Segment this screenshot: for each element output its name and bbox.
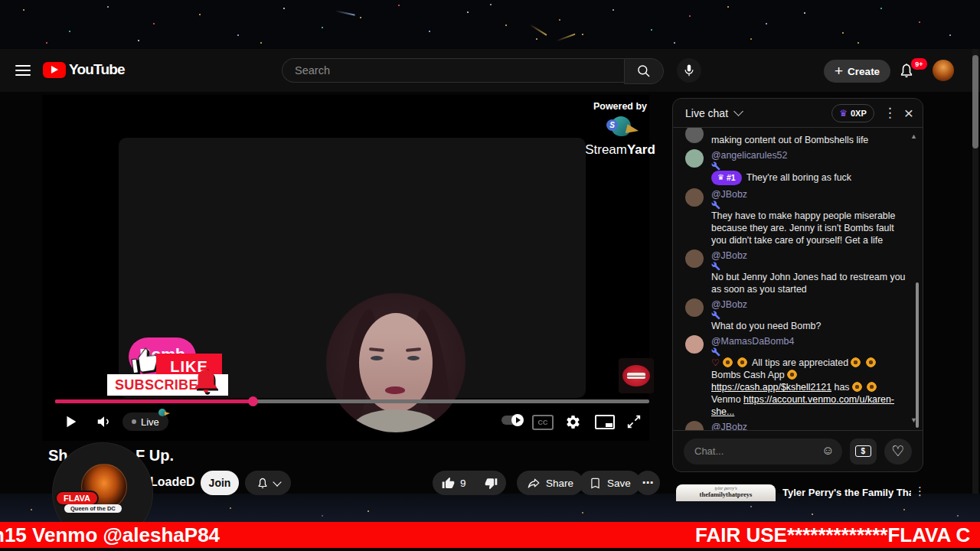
sunflower-emoji: [737, 357, 747, 367]
message-text: They have to make happy people miserable…: [711, 210, 895, 246]
sunflower-emoji: [787, 370, 797, 380]
settings-button[interactable]: [563, 412, 583, 432]
progress-bar-scrubber[interactable]: [248, 396, 258, 406]
sunflower-emoji: [867, 382, 877, 392]
message-text: Venmo: [711, 394, 741, 405]
youtube-logo[interactable]: YouTube: [43, 61, 125, 78]
message-text: has: [835, 382, 850, 393]
join-button[interactable]: Join: [201, 471, 239, 495]
chat-username[interactable]: @JBobz: [711, 299, 747, 310]
duck-emoji-icon: [158, 407, 171, 418]
save-button[interactable]: Save: [579, 471, 641, 495]
chat-message: @JBobzI came in late, I don't know what'…: [685, 421, 906, 430]
autoplay-knob: [511, 414, 524, 426]
crown-icon: ♛: [839, 109, 848, 118]
sunflower-emoji: [851, 357, 861, 367]
chat-avatar: [685, 149, 704, 168]
eye: [407, 356, 420, 360]
chevron-down-icon: [273, 478, 281, 486]
gear-icon: [565, 414, 581, 430]
chat-username[interactable]: @JBobz: [711, 250, 747, 261]
flava-badge: FLAVA: [55, 491, 99, 506]
youtube-play-icon: [43, 62, 66, 78]
search-input[interactable]: [282, 58, 624, 83]
create-label: Create: [848, 66, 880, 77]
notification-preference-button[interactable]: [245, 471, 291, 495]
teeth-gap: [627, 376, 645, 377]
chat-message: making content out of Bombshells life: [685, 134, 906, 146]
share-icon: [527, 476, 541, 490]
fullscreen-icon: [626, 413, 642, 430]
search-bar: [282, 58, 664, 84]
streamyard-s-badge: S: [606, 119, 618, 131]
chat-avatar: [685, 128, 704, 143]
live-chat-panel: Live chat ♛ 0XP ⋮ × making content out o…: [672, 98, 923, 472]
chat-message: @MamasDaBomb4♡ All tips are appreciated …: [685, 335, 906, 418]
chat-heart-button[interactable]: ♡: [884, 439, 912, 465]
chat-username[interactable]: @JBobz: [711, 189, 747, 200]
chat-message: @JBobzWhat do you need Bomb?: [685, 298, 906, 332]
suggested-video-menu-icon[interactable]: ⋮: [914, 484, 926, 498]
page-scrollbar-thumb[interactable]: [972, 55, 978, 148]
chat-username[interactable]: @JBobz: [711, 422, 747, 430]
more-actions-button[interactable]: ⋯: [635, 471, 660, 495]
dislike-button[interactable]: [475, 477, 507, 490]
message-link[interactable]: https://cash.app/$kshell2121: [711, 382, 831, 393]
wrench-icon: [711, 201, 720, 210]
rank-badge: ♛#1: [711, 171, 742, 185]
chat-input-bar: ☺ $ ♡: [673, 430, 923, 471]
streamyard-branding: Powered by S StreamYard: [570, 101, 670, 158]
close-icon[interactable]: ×: [904, 106, 913, 121]
chat-title[interactable]: Live chat: [685, 107, 728, 119]
miniplayer-icon[interactable]: [595, 415, 615, 429]
voice-search-button[interactable]: [677, 58, 701, 83]
bookmark-icon: [589, 477, 602, 490]
suggested-video-title[interactable]: Tyler Perry's the Family That: [782, 487, 911, 498]
chat-avatar: [685, 335, 704, 354]
chevron-down-icon[interactable]: [733, 106, 743, 116]
webcam-circle: [326, 293, 466, 432]
crown-icon: ♛: [717, 171, 724, 184]
fireworks-banner: [0, 0, 980, 49]
autoplay-toggle[interactable]: [501, 416, 523, 425]
dollar-icon: $: [855, 445, 871, 457]
xp-badge[interactable]: ♛ 0XP: [831, 104, 874, 122]
share-button[interactable]: Share: [517, 471, 583, 495]
volume-button[interactable]: [93, 410, 116, 433]
account-avatar[interactable]: [933, 60, 954, 81]
chat-scroll-up-arrow[interactable]: ▲: [910, 132, 917, 140]
video-player[interactable]: Powered by S StreamYard Bomb LIKE SUBSCR…: [42, 95, 649, 441]
like-count: 9: [460, 478, 466, 489]
search-icon: [636, 64, 652, 79]
chat-message: @angelicarules52♛#1They're all boring as…: [685, 149, 906, 185]
message-text: Bombs Cash App: [711, 370, 785, 380]
firework-streak: [529, 24, 547, 35]
chat-menu-icon[interactable]: ⋮: [884, 105, 897, 121]
captions-button[interactable]: CC: [532, 415, 554, 430]
chat-avatar: [685, 188, 704, 207]
fullscreen-button[interactable]: [624, 412, 644, 432]
suggested-video-thumbnail[interactable]: tyler perry's thefamilythatpreys: [676, 484, 776, 501]
superchat-button[interactable]: $: [850, 439, 877, 465]
chat-username[interactable]: @MamasDaBomb4: [711, 336, 794, 347]
chat-input[interactable]: [684, 439, 842, 465]
wrench-icon: [711, 161, 720, 171]
city-lights: [0, 494, 2, 495]
firework-streak: [335, 10, 355, 15]
chat-username[interactable]: @angelicarules52: [711, 150, 787, 161]
sunflower-emoji: [723, 357, 733, 367]
wrench-icon: [711, 311, 720, 320]
chat-scrollbar-thumb[interactable]: [916, 282, 919, 428]
message-text: No but Jenny John Jones had to restream …: [711, 272, 905, 295]
chat-avatar: [685, 421, 704, 430]
like-button[interactable]: 9: [433, 477, 475, 490]
create-button[interactable]: + Create: [824, 60, 890, 83]
channel-name[interactable]: LoadeD: [150, 475, 195, 489]
flava-subtitle-badge: Queen of the DC: [64, 504, 122, 513]
message-text: They're all boring as fuck: [746, 172, 851, 183]
like-dislike-pill: 9: [433, 471, 506, 495]
emoji-icon[interactable]: ☺: [822, 444, 834, 458]
search-button[interactable]: [624, 58, 664, 84]
hamburger-menu-icon[interactable]: [15, 65, 31, 76]
play-button[interactable]: [59, 410, 82, 433]
